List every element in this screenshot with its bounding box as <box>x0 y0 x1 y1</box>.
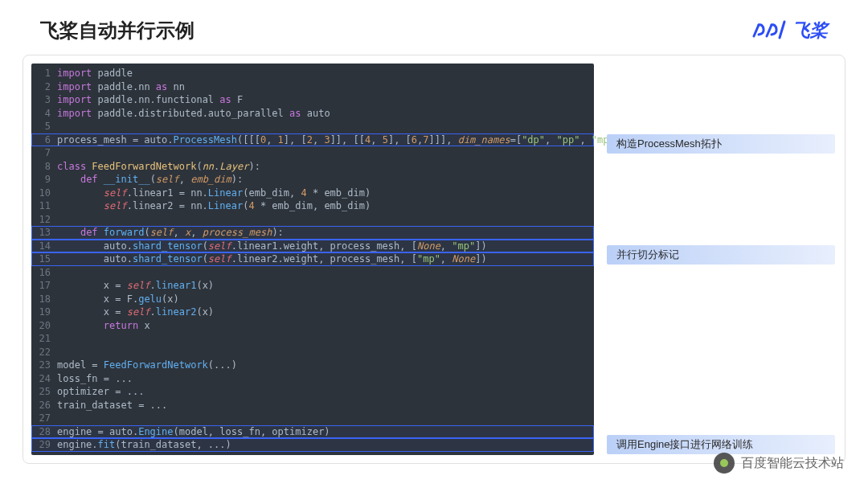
code-content: x = F.gelu(x) <box>57 293 594 306</box>
line-number: 29 <box>31 438 57 452</box>
code-content: process_mesh = auto.ProcessMesh([[[0, 1]… <box>57 133 633 147</box>
code-content <box>57 412 594 425</box>
code-line: 20 return x <box>31 319 594 333</box>
code-line: 18 x = F.gelu(x) <box>31 293 594 306</box>
line-number: 21 <box>31 332 57 346</box>
content-frame: 1import paddle2import paddle.nn as nn3im… <box>23 55 845 464</box>
line-number: 23 <box>31 359 57 372</box>
code-line: 16 <box>31 266 594 280</box>
code-line: 7 <box>31 146 594 160</box>
code-block: 1import paddle2import paddle.nn as nn3im… <box>31 64 594 455</box>
code-content: import paddle.nn.functional as F <box>57 93 594 107</box>
annotation-process-mesh: 构造ProcessMesh拓扑 <box>607 134 835 154</box>
code-line: 4import paddle.distributed.auto_parallel… <box>31 107 594 121</box>
code-line: 19 x = self.linear2(x) <box>31 306 594 319</box>
code-content <box>57 146 594 160</box>
line-number: 26 <box>31 399 57 412</box>
code-content <box>57 213 594 227</box>
line-number: 16 <box>31 266 57 280</box>
line-number: 27 <box>31 412 57 425</box>
line-number: 20 <box>31 319 57 333</box>
code-content: x = self.linear1(x) <box>57 279 594 293</box>
paddle-logo-icon <box>751 20 788 41</box>
code-content: import paddle.distributed.auto_parallel … <box>57 107 594 121</box>
code-content: return x <box>57 319 594 333</box>
line-number: 17 <box>31 279 57 293</box>
code-line: 5 <box>31 120 594 133</box>
line-number: 14 <box>31 240 57 253</box>
code-line: 28engine = auto.Engine(model, loss_fn, o… <box>31 425 594 439</box>
code-line: 24loss_fn = ... <box>31 372 594 386</box>
code-line: 3import paddle.nn.functional as F <box>31 93 594 107</box>
code-line: 27 <box>31 412 594 425</box>
code-line: 25optimizer = ... <box>31 385 594 399</box>
code-line: 15 auto.shard_tensor(self.linear2.weight… <box>31 252 594 266</box>
watermark-text: 百度智能云技术站 <box>741 455 844 472</box>
code-line: 11 self.linear2 = nn.Linear(4 * emb_dim,… <box>31 199 594 213</box>
watermark: 百度智能云技术站 <box>714 453 844 474</box>
code-line: 8class FeedForwardNetwork(nn.Layer): <box>31 160 594 174</box>
code-content: self.linear1 = nn.Linear(emb_dim, 4 * em… <box>57 187 594 200</box>
code-content: engine.fit(train_dataset, ...) <box>57 438 594 452</box>
code-line: 10 self.linear1 = nn.Linear(emb_dim, 4 *… <box>31 187 594 200</box>
line-number: 13 <box>31 226 57 240</box>
code-line: 13 def forward(self, x, process_mesh): <box>31 226 594 240</box>
code-content: def __init__(self, emb_dim): <box>57 173 594 187</box>
code-line: 21 <box>31 332 594 346</box>
code-line: 26train_dataset = ... <box>31 399 594 412</box>
line-number: 7 <box>31 146 57 160</box>
code-line: 9 def __init__(self, emb_dim): <box>31 173 594 187</box>
page-title: 飞桨自动并行示例 <box>40 18 194 43</box>
line-number: 6 <box>31 133 57 147</box>
code-content: def forward(self, x, process_mesh): <box>57 226 594 240</box>
code-line: 22 <box>31 346 594 359</box>
line-number: 24 <box>31 372 57 386</box>
annotation-column: 构造ProcessMesh拓扑 并行切分标记 调用Engine接口进行网络训练 <box>607 64 837 455</box>
code-content: x = self.linear2(x) <box>57 306 594 319</box>
code-content: auto.shard_tensor(self.linear1.weight, p… <box>57 240 594 253</box>
annotation-shard: 并行切分标记 <box>607 245 835 265</box>
slide-header: 飞桨自动并行示例 飞桨 <box>0 0 868 55</box>
code-content: import paddle.nn as nn <box>57 80 594 94</box>
code-content: self.linear2 = nn.Linear(4 * emb_dim, em… <box>57 199 594 213</box>
code-line: 29engine.fit(train_dataset, ...) <box>31 438 594 452</box>
line-number: 2 <box>31 80 57 94</box>
code-line: 14 auto.shard_tensor(self.linear1.weight… <box>31 240 594 253</box>
code-line: 6process_mesh = auto.ProcessMesh([[[0, 1… <box>31 133 594 147</box>
code-content <box>57 346 594 359</box>
line-number: 25 <box>31 385 57 399</box>
line-number: 15 <box>31 252 57 266</box>
code-content: model = FeedForwardNetwork(...) <box>57 359 594 372</box>
line-number: 3 <box>31 93 57 107</box>
line-number: 18 <box>31 293 57 306</box>
code-line: 12 <box>31 213 594 227</box>
code-line: 17 x = self.linear1(x) <box>31 279 594 293</box>
code-content: auto.shard_tensor(self.linear2.weight, p… <box>57 252 594 266</box>
code-line: 1import paddle <box>31 67 594 80</box>
line-number: 19 <box>31 306 57 319</box>
line-number: 1 <box>31 67 57 80</box>
code-content <box>57 120 594 133</box>
code-line: 23model = FeedForwardNetwork(...) <box>31 359 594 372</box>
code-content: import paddle <box>57 67 594 80</box>
line-number: 12 <box>31 213 57 227</box>
line-number: 10 <box>31 187 57 200</box>
brand-name: 飞桨 <box>792 18 828 43</box>
line-number: 9 <box>31 173 57 187</box>
line-number: 11 <box>31 199 57 213</box>
code-content: loss_fn = ... <box>57 372 594 386</box>
line-number: 5 <box>31 120 57 133</box>
line-number: 4 <box>31 107 57 121</box>
code-line: 2import paddle.nn as nn <box>31 80 594 94</box>
line-number: 28 <box>31 425 57 439</box>
code-content: train_dataset = ... <box>57 399 594 412</box>
annotation-engine: 调用Engine接口进行网络训练 <box>607 435 835 454</box>
code-content: class FeedForwardNetwork(nn.Layer): <box>57 160 594 174</box>
line-number: 22 <box>31 346 57 359</box>
line-number: 8 <box>31 160 57 174</box>
code-content <box>57 332 594 346</box>
code-content <box>57 266 594 280</box>
brand-logo: 飞桨 <box>751 18 828 43</box>
code-content: optimizer = ... <box>57 385 594 399</box>
code-content: engine = auto.Engine(model, loss_fn, opt… <box>57 425 594 439</box>
